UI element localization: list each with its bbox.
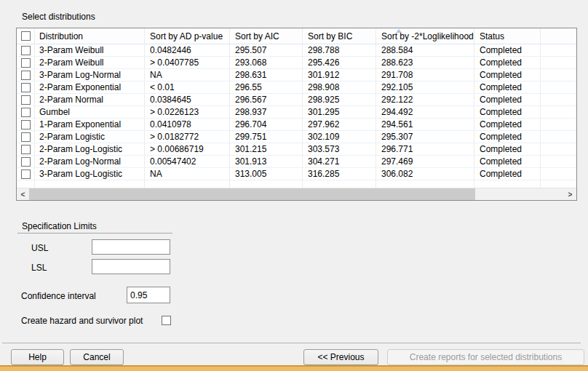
cell-loglikelihood: 292.105 — [376, 81, 474, 93]
cell-ad-p-value: < 0.01 — [145, 81, 230, 93]
row-checkbox[interactable] — [21, 83, 31, 92]
cell-ad-p-value: 0.0410978 — [145, 119, 230, 130]
table-row[interactable]: 2-Param Logistic > 0.0182772 299.751 302… — [17, 131, 576, 143]
cell-aic: 293.068 — [230, 57, 303, 68]
row-checkbox[interactable] — [21, 58, 31, 68]
cell-status: Completed — [474, 119, 541, 130]
usl-label: USL — [31, 243, 48, 253]
row-checkbox[interactable] — [21, 120, 31, 129]
table-row[interactable]: 3-Param Log-Logistic NA 313.005 316.285 … — [17, 168, 576, 180]
table-row[interactable]: 2-Param Exponential < 0.01 296.55 298.90… — [17, 81, 576, 94]
cancel-button[interactable]: Cancel — [70, 349, 124, 365]
row-checkbox-cell — [17, 168, 35, 180]
cell-aic: 301.215 — [230, 143, 303, 155]
cell-loglikelihood: 297.469 — [376, 156, 474, 167]
table-row[interactable]: 2-Param Weibull > 0.0407785 293.068 295.… — [17, 57, 576, 69]
row-checkbox[interactable] — [21, 132, 31, 142]
row-checkbox-cell — [17, 57, 35, 68]
row-checkbox[interactable] — [21, 169, 31, 179]
confidence-interval-label: Confidence interval — [21, 291, 96, 301]
cell-ad-p-value: > 0.0226123 — [145, 106, 230, 118]
scrollbar-thumb[interactable] — [29, 188, 475, 200]
cell-ad-p-value: 0.0482446 — [145, 44, 230, 56]
cell-status: Completed — [474, 57, 541, 68]
row-checkbox-cell — [17, 81, 35, 93]
cell-aic: 313.005 — [230, 168, 303, 180]
cell-ad-p-value: 0.00547402 — [145, 156, 230, 167]
table-row[interactable]: 3-Param Log-Normal NA 298.631 301.912 29… — [17, 69, 576, 81]
accent-bar — [0, 365, 588, 371]
cell-bic: 301.295 — [303, 106, 376, 118]
confidence-interval-input[interactable] — [127, 287, 170, 303]
create-reports-button[interactable]: Create reports for selected distribution… — [387, 349, 584, 365]
cell-distribution: 2-Param Exponential — [35, 81, 145, 93]
cell-distribution: 2-Param Log-Normal — [35, 156, 145, 167]
cell-aic: 296.704 — [230, 119, 303, 130]
cell-bic: 302.109 — [303, 131, 376, 143]
cell-loglikelihood: 296.771 — [376, 143, 474, 155]
scroll-right-icon[interactable]: > — [564, 188, 576, 200]
table-row[interactable]: 3-Param Weibull 0.0482446 295.507 298.78… — [17, 44, 576, 57]
select-all-header-cell — [17, 28, 35, 44]
table-row[interactable]: 2-Param Log-Normal 0.00547402 301.913 30… — [17, 156, 576, 168]
table-row[interactable]: Gumbel > 0.0226123 298.937 301.295 294.4… — [17, 106, 576, 119]
table-row[interactable]: 1-Param Exponential 0.0410978 296.704 29… — [17, 119, 576, 131]
cell-loglikelihood: 306.082 — [376, 168, 474, 180]
specification-limits-divider — [17, 233, 172, 234]
cell-bic: 297.962 — [303, 119, 376, 130]
row-checkbox[interactable] — [21, 71, 31, 80]
cell-aic: 296.55 — [230, 81, 303, 93]
row-checkbox[interactable] — [21, 108, 31, 117]
cell-distribution: 2-Param Weibull — [35, 57, 145, 68]
cell-loglikelihood: 295.307 — [376, 131, 474, 143]
cell-status: Completed — [474, 106, 541, 118]
row-checkbox[interactable] — [21, 46, 31, 55]
cell-status: Completed — [474, 94, 541, 105]
cell-aic: 295.507 — [230, 44, 303, 56]
cell-bic: 298.908 — [303, 81, 376, 93]
hazard-plot-checkbox[interactable] — [162, 316, 171, 325]
row-checkbox-cell — [17, 69, 35, 81]
horizontal-scrollbar[interactable]: < > — [17, 188, 576, 200]
cell-distribution: Gumbel — [35, 106, 145, 118]
column-header-status[interactable]: Status — [474, 28, 541, 44]
column-header-bic[interactable]: Sort by BIC — [303, 28, 376, 44]
row-checkbox[interactable] — [21, 145, 31, 154]
column-header-ad-p-value[interactable]: Sort by AD p-value — [145, 28, 230, 44]
row-checkbox-cell — [17, 156, 35, 167]
table-row[interactable]: 2-Param Normal 0.0384645 296.567 298.925… — [17, 94, 576, 106]
sort-ascending-icon — [396, 29, 402, 33]
column-header-loglikelihood-label: Sort by -2*Loglikelihood — [381, 31, 474, 41]
select-all-checkbox[interactable] — [21, 31, 31, 41]
specification-limits-title: Specification Limits — [22, 221, 97, 231]
select-distributions-dialog: { "select_label": "Select distributions"… — [0, 0, 588, 371]
lsl-input[interactable] — [92, 259, 170, 274]
column-header-aic[interactable]: Sort by AIC — [230, 28, 303, 44]
distributions-table: Distribution Sort by AD p-value Sort by … — [16, 28, 577, 201]
cell-ad-p-value: > 0.0407785 — [145, 57, 230, 68]
cell-distribution: 3-Param Log-Normal — [35, 69, 145, 81]
cell-loglikelihood: 288.623 — [376, 57, 474, 68]
cell-loglikelihood: 291.708 — [376, 69, 474, 81]
help-button[interactable]: Help — [11, 349, 64, 365]
column-header-distribution[interactable]: Distribution — [35, 28, 145, 44]
row-checkbox[interactable] — [21, 157, 31, 167]
cell-distribution: 3-Param Weibull — [35, 44, 145, 56]
cell-status: Completed — [474, 168, 541, 180]
cell-loglikelihood: 294.492 — [376, 106, 474, 118]
scroll-left-icon[interactable]: < — [17, 188, 29, 200]
cell-ad-p-value: > 0.0182772 — [145, 131, 230, 143]
cell-bic: 298.788 — [303, 44, 376, 56]
select-distributions-label: Select distributions — [22, 12, 95, 22]
table-row[interactable]: 2-Param Log-Logistic > 0.00686719 301.21… — [17, 143, 576, 156]
table-header-row: Distribution Sort by AD p-value Sort by … — [17, 28, 576, 44]
cell-status: Completed — [474, 81, 541, 93]
row-checkbox[interactable] — [21, 95, 31, 105]
column-header-loglikelihood[interactable]: Sort by -2*Loglikelihood — [376, 28, 474, 44]
cell-status: Completed — [474, 156, 541, 167]
cell-distribution: 2-Param Logistic — [35, 131, 145, 143]
cell-aic: 298.631 — [230, 69, 303, 81]
previous-button[interactable]: << Previous — [303, 349, 378, 365]
footer-divider — [2, 343, 581, 343]
usl-input[interactable] — [92, 239, 170, 255]
